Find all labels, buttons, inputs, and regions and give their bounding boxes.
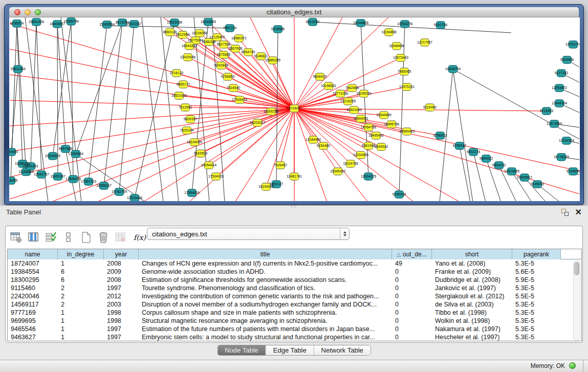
row-height-icon[interactable] — [62, 231, 75, 244]
cell-in_degree: 2 — [58, 284, 104, 292]
graph-node-label: 10401692 — [346, 108, 362, 112]
graph-node-label: 15885205 — [265, 58, 280, 62]
tab-node-table[interactable]: Node Table — [217, 345, 266, 355]
cell-name: 9465546 — [8, 325, 58, 333]
column-header-title[interactable]: title — [139, 249, 392, 259]
graph-node-label: 20691406 — [29, 20, 44, 24]
cell-out_de: 0 — [392, 292, 432, 300]
scrollbar-thumb[interactable] — [574, 262, 579, 275]
graph-node-label: 10024509 — [504, 169, 519, 173]
table-row[interactable]: 2242004622012Investigating the contribut… — [8, 292, 581, 300]
cell-out_de: 0 — [392, 317, 432, 325]
table-row[interactable]: 1938455462009Genome-wide association stu… — [8, 268, 581, 276]
cell-name: 19384554 — [8, 268, 58, 276]
network-canvas[interactable]: 9035574206914061640365710355746150695948… — [9, 17, 580, 201]
cell-out_de: 0 — [392, 268, 432, 276]
graph-node-label: 10973493 — [393, 56, 408, 59]
graph-node-label: 18495492 — [368, 134, 384, 137]
column-header-year[interactable]: year — [104, 249, 139, 259]
cell-short: Dudbridge et al. (2008) — [432, 276, 512, 284]
graph-node-label: 11156869 — [18, 170, 33, 173]
graph-node-label: 10771066 — [333, 92, 348, 95]
new-table-icon[interactable] — [79, 231, 93, 244]
column-header-pagerank[interactable]: pagerank — [512, 249, 561, 259]
graph-node-label: 12975151 — [399, 85, 415, 89]
graph-node-label: 12923446 — [127, 196, 142, 200]
vertical-scrollbar[interactable] — [573, 260, 580, 341]
cell-pagerank: 5.3E-5 — [512, 300, 561, 309]
cell-out_de: 0 — [392, 300, 432, 309]
status-bar: Memory: OK — [0, 360, 588, 372]
select-rows-icon[interactable] — [45, 231, 58, 244]
graph-node-label: 9605397 — [184, 117, 198, 121]
cell-pagerank: 5.3E-5 — [512, 284, 561, 292]
table-row[interactable]: 1872400712008Changes of HCN gene express… — [8, 259, 581, 268]
table-select-dropdown[interactable]: citations_edges.txt — [147, 228, 350, 240]
table-row[interactable]: 1830029562008Estimation of significance … — [8, 276, 581, 284]
cell-pagerank: 5.3E-5 — [512, 317, 561, 325]
cell-short: Nakamura et al. (1997) — [432, 325, 512, 333]
network-view-window: citations_edges.txt 90355742069140616403… — [4, 4, 584, 205]
dropdown-stepper-icon[interactable] — [340, 228, 349, 239]
function-builder-icon[interactable]: f(x) — [134, 233, 146, 242]
table-settings-icon[interactable] — [10, 231, 23, 244]
delete-table-icon[interactable] — [97, 231, 110, 244]
tab-edge-table[interactable]: Edge Table — [266, 345, 314, 355]
cell-title: Changes of HCN gene expression and I(f) … — [139, 259, 392, 268]
cell-year: 2008 — [104, 276, 139, 284]
graph-node-label: 9865177 — [177, 82, 190, 86]
graph-node-label: 9749590 — [567, 169, 580, 173]
cell-year: 2012 — [104, 292, 139, 300]
graph-node-label: 12100354 — [559, 139, 574, 142]
cell-title: Embryonic stem cells: a model to study s… — [139, 333, 392, 341]
graph-node-label: 9245018 — [393, 192, 406, 196]
table-row[interactable]: 969969511998Structural magnetic resonanc… — [8, 317, 581, 325]
cell-year: 1998 — [104, 309, 139, 317]
graph-node-label: 9097588 — [59, 147, 73, 150]
graph-node-label: 10196531 — [321, 84, 336, 87]
table-row[interactable]: 911546021997Tourette syndrome. Phenomeno… — [8, 284, 581, 292]
cell-title: Estimation of the future numbers of pati… — [139, 325, 392, 333]
cell-pagerank: 5.3E-5 — [512, 325, 561, 333]
graph-node-label: 13216205 — [340, 99, 356, 103]
cell-name: 9463627 — [8, 333, 58, 341]
cell-title: Disruption of a novel member of a sodium… — [139, 300, 392, 309]
column-header-out_de[interactable]: △out_de... — [392, 249, 432, 259]
table-row[interactable]: 946554611997Estimation of the future num… — [8, 325, 581, 333]
table-panel: Table Panel ✕ — [0, 206, 588, 360]
table-mode-tabs: Node TableEdge TableNetwork Table — [217, 345, 371, 356]
graph-node-label: 18300295 — [264, 110, 279, 113]
table-row[interactable]: 977716911998Corpus callosum shape and si… — [8, 309, 581, 317]
memory-ok-led-icon[interactable] — [569, 362, 576, 369]
graph-node-label: 16203017 — [250, 121, 265, 124]
table-row[interactable]: 1456911722003Disruption of a novel membe… — [8, 300, 581, 309]
graph-node-label: 20611354 — [10, 67, 26, 71]
cell-out_de: 0 — [392, 276, 432, 284]
window-titlebar[interactable]: citations_edges.txt — [9, 7, 579, 17]
graph-node-label: 16945912 — [517, 176, 532, 179]
graph-node-label: 16033809 — [201, 20, 216, 24]
graph-node-label: 6799917 — [453, 144, 467, 147]
float-panel-icon[interactable] — [561, 209, 569, 216]
graph-node-label: 16543382 — [182, 44, 197, 48]
close-panel-icon[interactable]: ✕ — [575, 207, 582, 217]
graph-node-label: 11544091 — [353, 117, 368, 120]
show-columns-icon[interactable] — [27, 231, 40, 244]
cell-name: 9115460 — [8, 284, 58, 292]
cell-title: Estimation of significance thresholds fo… — [139, 276, 392, 284]
graph-node-label: 7857224 — [223, 26, 237, 30]
graph-node-label: 18521683 — [171, 94, 187, 97]
graph-node-label: 8912954 — [176, 33, 190, 36]
sort-asc-icon: △ — [397, 252, 401, 257]
table-row[interactable]: 946362711997Embryonic stem cells: a mode… — [8, 333, 581, 341]
graph-node-label: 8186328 — [202, 40, 216, 43]
cell-in_degree: 1 — [58, 333, 104, 341]
cell-pagerank: 5.3E-5 — [512, 333, 561, 341]
tab-network-table[interactable]: Network Table — [314, 345, 371, 355]
column-header-short[interactable]: short — [432, 249, 512, 259]
cell-pagerank: 5.3E-5 — [512, 309, 561, 317]
column-header-in_degree[interactable]: in_degree — [58, 249, 104, 259]
graph-node-label: 16403657 — [50, 22, 65, 26]
cell-pagerank: 5.5E-5 — [512, 292, 561, 300]
column-header-name[interactable]: name — [8, 249, 58, 259]
